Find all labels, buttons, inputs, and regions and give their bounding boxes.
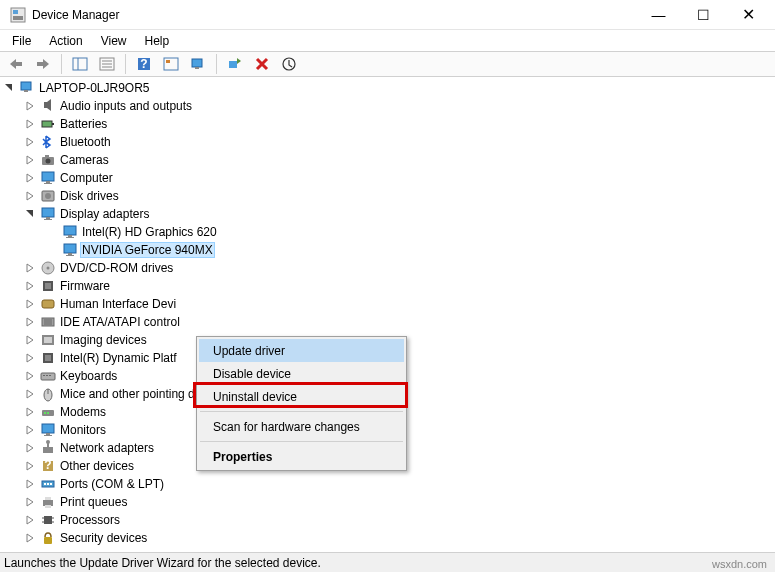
tree-category[interactable]: Display adapters <box>0 205 775 223</box>
camera-icon <box>40 152 56 168</box>
tree-category[interactable]: Disk drives <box>0 187 775 205</box>
titlebar: Device Manager — ☐ ✕ <box>0 0 775 30</box>
svg-rect-65 <box>44 435 52 436</box>
tree-category[interactable]: Cameras <box>0 151 775 169</box>
expand-arrow-icon[interactable] <box>22 458 38 474</box>
context-uninstall-device[interactable]: Uninstall device <box>199 385 404 408</box>
expand-arrow-icon[interactable] <box>22 476 38 492</box>
context-separator <box>200 441 403 442</box>
collapse-arrow-icon[interactable] <box>22 206 38 222</box>
svg-text:?: ? <box>44 458 51 472</box>
disable-button[interactable] <box>277 53 301 75</box>
tree-root[interactable]: LAPTOP-0LJR9OR5 <box>0 79 775 97</box>
collapse-arrow-icon[interactable] <box>1 80 17 96</box>
tree-item-label: Print queues <box>58 495 129 509</box>
back-button[interactable] <box>4 53 28 75</box>
svg-rect-1 <box>13 10 18 14</box>
tree-category[interactable]: Computer <box>0 169 775 187</box>
tree-device[interactable]: Intel(R) HD Graphics 620 <box>0 223 775 241</box>
expand-arrow-icon[interactable] <box>22 278 38 294</box>
expand-arrow-icon[interactable] <box>22 368 38 384</box>
expand-arrow-icon[interactable] <box>22 404 38 420</box>
expand-arrow-icon[interactable] <box>22 494 38 510</box>
tree-item-label: Intel(R) Dynamic Platf <box>58 351 179 365</box>
expand-arrow-icon[interactable] <box>22 440 38 456</box>
tree-category[interactable]: Ports (COM & LPT) <box>0 475 775 493</box>
update-driver-button[interactable] <box>223 53 247 75</box>
tree-category[interactable]: Processors <box>0 511 775 529</box>
maximize-button[interactable]: ☐ <box>681 1 726 29</box>
ide-icon <box>40 314 56 330</box>
expand-arrow-icon[interactable] <box>22 170 38 186</box>
svg-rect-76 <box>45 497 51 500</box>
minimize-button[interactable]: — <box>636 1 681 29</box>
uninstall-button[interactable] <box>250 53 274 75</box>
cpu-icon <box>40 512 56 528</box>
tree-item-label: Cameras <box>58 153 111 167</box>
tree-category[interactable]: Security devices <box>0 529 775 547</box>
svg-rect-40 <box>66 255 74 256</box>
expand-arrow-icon[interactable] <box>22 152 38 168</box>
toolbar-separator <box>61 54 62 74</box>
tree-category[interactable]: Human Interface Devi <box>0 295 775 313</box>
tree-category[interactable]: Audio inputs and outputs <box>0 97 775 115</box>
svg-rect-53 <box>45 355 51 361</box>
window-title: Device Manager <box>32 8 636 22</box>
expand-arrow-icon[interactable] <box>22 530 38 546</box>
svg-rect-63 <box>42 424 54 433</box>
tree-item-label: Audio inputs and outputs <box>58 99 194 113</box>
device-tree[interactable]: LAPTOP-0LJR9OR5Audio inputs and outputsB… <box>0 77 775 552</box>
menu-action[interactable]: Action <box>41 32 90 50</box>
expand-arrow-icon[interactable] <box>22 296 38 312</box>
menu-file[interactable]: File <box>4 32 39 50</box>
tree-category[interactable]: DVD/CD-ROM drives <box>0 259 775 277</box>
dvd-icon <box>40 260 56 276</box>
help-button[interactable]: ? <box>132 53 156 75</box>
tree-category[interactable]: Firmware <box>0 277 775 295</box>
svg-rect-26 <box>45 155 49 157</box>
tree-category[interactable]: Print queues <box>0 493 775 511</box>
tree-device[interactable]: NVIDIA GeForce 940MX <box>0 241 775 259</box>
expand-arrow-icon[interactable] <box>22 332 38 348</box>
action-button[interactable] <box>159 53 183 75</box>
expand-arrow-icon[interactable] <box>22 116 38 132</box>
svg-rect-55 <box>43 375 45 376</box>
svg-rect-72 <box>44 483 46 485</box>
context-disable-device[interactable]: Disable device <box>199 362 404 385</box>
svg-rect-16 <box>195 67 199 69</box>
svg-rect-5 <box>73 58 87 70</box>
svg-rect-20 <box>24 90 28 92</box>
status-text: Launches the Update Driver Wizard for th… <box>4 556 321 570</box>
scan-hardware-button[interactable] <box>186 53 210 75</box>
tree-category[interactable]: Batteries <box>0 115 775 133</box>
tree-item-label: Ports (COM & LPT) <box>58 477 166 491</box>
context-properties[interactable]: Properties <box>199 445 404 468</box>
tree-item-label: Network adapters <box>58 441 156 455</box>
close-button[interactable]: ✕ <box>726 1 771 29</box>
tree-category[interactable]: IDE ATA/ATAPI control <box>0 313 775 331</box>
expand-arrow-icon[interactable] <box>22 350 38 366</box>
expand-arrow-icon[interactable] <box>22 134 38 150</box>
svg-rect-14 <box>166 60 170 63</box>
expand-arrow-icon[interactable] <box>22 188 38 204</box>
menu-view[interactable]: View <box>93 32 135 50</box>
forward-button[interactable] <box>31 53 55 75</box>
expand-arrow-icon[interactable] <box>22 386 38 402</box>
expand-arrow-icon[interactable] <box>22 260 38 276</box>
expand-arrow-icon[interactable] <box>22 98 38 114</box>
svg-rect-28 <box>46 181 50 183</box>
svg-rect-45 <box>42 300 54 308</box>
context-scan-hardware[interactable]: Scan for hardware changes <box>199 415 404 438</box>
expand-arrow-icon[interactable] <box>22 512 38 528</box>
other-icon: ? <box>40 458 56 474</box>
tree-item-label: Firmware <box>58 279 112 293</box>
svg-rect-17 <box>229 61 237 68</box>
context-update-driver[interactable]: Update driver <box>199 339 404 362</box>
network-icon <box>40 440 56 456</box>
properties-button[interactable] <box>95 53 119 75</box>
menu-help[interactable]: Help <box>137 32 178 50</box>
expand-arrow-icon[interactable] <box>22 422 38 438</box>
tree-category[interactable]: Bluetooth <box>0 133 775 151</box>
expand-arrow-icon[interactable] <box>22 314 38 330</box>
show-hide-tree-button[interactable] <box>68 53 92 75</box>
